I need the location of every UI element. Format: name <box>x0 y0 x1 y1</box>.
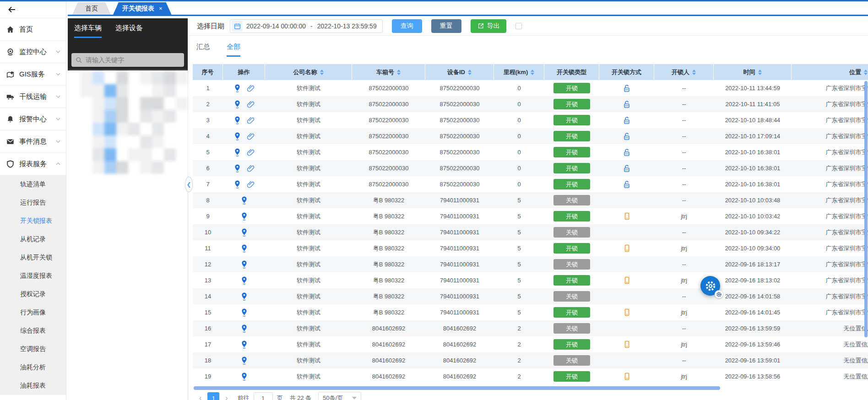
column-header-公司名称[interactable]: 公司名称 <box>265 64 352 80</box>
submenu-item-授权记录[interactable]: 授权记录 <box>0 285 66 303</box>
cell-mileage: 0 <box>494 133 544 140</box>
cell-device-id: 8041602692 <box>425 357 494 364</box>
tab-lock-report[interactable]: 开关锁报表× <box>113 2 172 15</box>
locate-pin-icon[interactable] <box>240 356 248 365</box>
locate-pin-icon[interactable] <box>233 180 241 189</box>
cell-mileage: 0 <box>494 117 544 124</box>
locate-pin-icon[interactable] <box>240 196 248 205</box>
cell-actions <box>223 84 265 92</box>
locate-pin-icon[interactable] <box>233 132 241 141</box>
sort-carets-icon[interactable] <box>692 70 696 75</box>
submenu-item-轨迹清单[interactable]: 轨迹清单 <box>0 175 66 194</box>
locate-pin-icon[interactable] <box>240 260 248 269</box>
submenu-item-从机记录[interactable]: 从机记录 <box>0 230 66 249</box>
search-input[interactable] <box>86 56 177 64</box>
sidebar-item-干线运输[interactable]: 干线运输 <box>0 86 66 108</box>
locate-pin-icon[interactable] <box>240 228 248 237</box>
tree-search-box[interactable] <box>71 53 184 67</box>
column-header-设备ID[interactable]: 设备ID <box>425 64 494 80</box>
cell-device-id: 875022000030 <box>425 133 494 140</box>
column-header-位置[interactable]: 位置 <box>792 64 868 80</box>
sidebar-item-首页[interactable]: 首页 <box>0 18 66 41</box>
table-vertical-scrollbar[interactable] <box>864 81 868 337</box>
sort-carets-icon[interactable] <box>531 70 534 75</box>
cell-company: 软件测试 <box>265 180 352 189</box>
reset-button[interactable]: 重置 <box>431 19 461 33</box>
sidebar-item-报表服务[interactable]: 报表服务 <box>0 153 66 175</box>
sort-carets-icon[interactable] <box>758 70 762 75</box>
locate-pin-icon[interactable] <box>240 244 248 253</box>
locate-pin-icon[interactable] <box>233 84 241 92</box>
submenu-item-综合报表[interactable]: 综合报表 <box>0 322 66 340</box>
locate-pin-icon[interactable] <box>240 372 248 381</box>
locate-pin-icon[interactable] <box>240 324 248 333</box>
sidebar-item-报警中心[interactable]: 报警中心 <box>0 108 66 130</box>
tab-summary[interactable]: 汇总 <box>196 43 210 57</box>
cell-mileage: 2 <box>494 357 544 364</box>
submenu-item-油耗报表[interactable]: 油耗报表 <box>0 377 66 395</box>
collapse-panel-button[interactable]: ❮ <box>185 177 193 192</box>
locate-pin-icon[interactable] <box>240 308 248 317</box>
attachment-icon[interactable] <box>247 100 255 108</box>
locate-pin-icon[interactable] <box>233 100 241 108</box>
sidebar-item-事件消息[interactable]: 事件消息 <box>0 130 66 153</box>
cell-device-id: 794011000931 <box>425 277 494 284</box>
sidebar-item-监控中心[interactable]: 监控中心 <box>0 41 66 63</box>
cell-device-id: 8041602692 <box>425 325 494 332</box>
cell-index: 4 <box>193 133 223 140</box>
attachment-icon[interactable] <box>247 132 255 141</box>
tab-close-icon[interactable]: × <box>159 5 163 12</box>
query-button[interactable]: 查询 <box>392 19 422 33</box>
column-header-里程(km)[interactable]: 里程(km) <box>494 64 544 80</box>
table-horizontal-scrollbar[interactable] <box>194 386 720 390</box>
submenu-item-运行报告[interactable]: 运行报告 <box>0 194 66 212</box>
prev-page-button[interactable]: ‹ <box>197 394 203 400</box>
sort-carets-icon[interactable] <box>468 70 472 75</box>
small-gear-icon[interactable] <box>715 290 723 298</box>
tab-home[interactable]: 首页 <box>72 2 111 15</box>
page-size-select[interactable]: 50条/页 <box>318 392 361 400</box>
attachment-icon[interactable] <box>247 180 255 189</box>
attachment-icon[interactable] <box>247 164 255 173</box>
next-page-button[interactable]: › <box>223 394 229 400</box>
date-range-input[interactable]: 2022-09-14 00:00:00 - 2022-10-13 23:59:5… <box>230 19 383 33</box>
tab-select-device[interactable]: 选择设备 <box>115 24 143 38</box>
cell-lock-method <box>599 180 654 189</box>
submenu-item-从机开关锁[interactable]: 从机开关锁 <box>0 249 66 267</box>
sort-carets-icon[interactable] <box>320 70 324 75</box>
locate-pin-icon[interactable] <box>233 148 241 157</box>
cell-time: 2022-10-10 16:38:01 <box>714 165 792 172</box>
locate-pin-icon[interactable] <box>233 116 241 124</box>
column-header-车箱号[interactable]: 车箱号 <box>352 64 425 80</box>
sidebar-item-GIS服务[interactable]: GIS服务 <box>0 63 66 86</box>
sort-carets-icon[interactable] <box>397 70 401 75</box>
cell-company: 软件测试 <box>265 116 352 124</box>
attachment-icon[interactable] <box>247 116 255 124</box>
submenu-item-开关锁报表[interactable]: 开关锁报表 <box>0 212 66 230</box>
current-page-button[interactable]: 1 <box>207 392 219 400</box>
cell-actions <box>223 132 265 141</box>
attachment-icon[interactable] <box>247 84 255 92</box>
locate-pin-icon[interactable] <box>240 276 248 285</box>
submenu-item-油耗分析[interactable]: 油耗分析 <box>0 358 66 377</box>
locate-pin-icon[interactable] <box>240 212 248 221</box>
cell-company: 软件测试 <box>265 324 352 333</box>
export-option-checkbox[interactable] <box>515 23 522 29</box>
locate-pin-icon[interactable] <box>240 292 248 301</box>
column-header-时间[interactable]: 时间 <box>714 64 792 80</box>
column-header-开锁人[interactable]: 开锁人 <box>654 64 714 80</box>
locate-pin-icon[interactable] <box>233 164 241 173</box>
submenu-item-行为画像[interactable]: 行为画像 <box>0 303 66 322</box>
tab-all[interactable]: 全部 <box>227 43 240 57</box>
cell-mileage: 0 <box>494 181 544 188</box>
back-arrow-icon[interactable] <box>7 4 18 15</box>
lock-type-badge: 开锁 <box>553 307 590 318</box>
submenu-item-温湿度报表[interactable]: 温湿度报表 <box>0 267 66 285</box>
goto-page-input[interactable] <box>254 392 273 400</box>
locate-pin-icon[interactable] <box>240 340 248 349</box>
sort-carets-icon[interactable] <box>864 70 868 75</box>
attachment-icon[interactable] <box>247 148 255 157</box>
submenu-item-空调报告[interactable]: 空调报告 <box>0 340 66 358</box>
tab-select-vehicle[interactable]: 选择车辆 <box>74 24 102 38</box>
export-button[interactable]: 导出 <box>471 19 506 33</box>
